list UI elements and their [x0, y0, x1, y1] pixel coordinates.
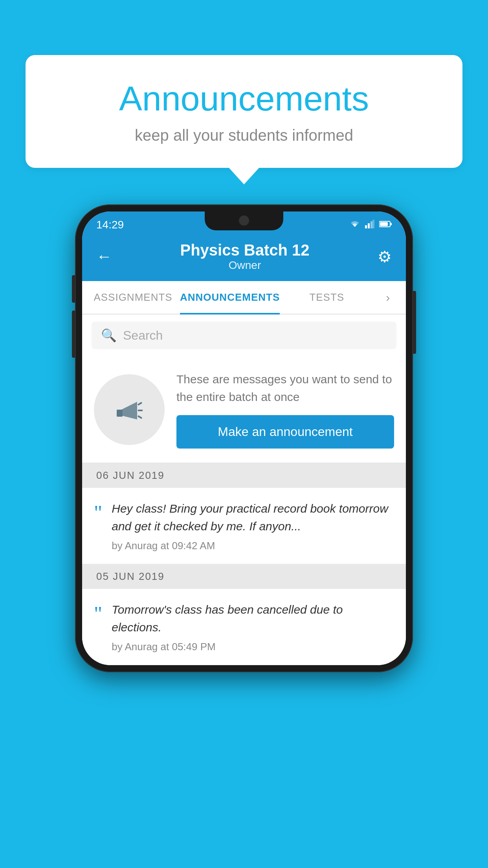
phone-side-btn-vol-up: [72, 275, 75, 303]
phone-outer: 14:29: [75, 204, 413, 672]
svg-rect-3: [372, 220, 374, 228]
wifi-icon: [349, 220, 360, 230]
svg-line-8: [138, 403, 142, 405]
announcement-right: These are messages you want to send to t…: [176, 370, 394, 449]
search-container: 🔍 Search: [82, 314, 406, 356]
announcement-icon-circle: [94, 374, 165, 445]
speech-bubble: Announcements keep all your students inf…: [26, 55, 462, 168]
status-time: 14:29: [96, 219, 124, 231]
settings-icon[interactable]: ⚙: [378, 248, 392, 266]
search-placeholder: Search: [123, 328, 163, 343]
svg-line-10: [138, 416, 142, 418]
speech-bubble-container: Announcements keep all your students inf…: [26, 55, 462, 168]
phone: 14:29: [75, 204, 413, 672]
announcement-content-1: Hey class! Bring your practical record b…: [112, 500, 394, 552]
announcement-content-2: Tomorrow's class has been cancelled due …: [112, 601, 394, 653]
svg-rect-2: [371, 221, 372, 228]
header-center: Physics Batch 12 Owner: [180, 241, 309, 272]
svg-rect-7: [117, 410, 123, 417]
announcement-meta-1: by Anurag at 09:42 AM: [112, 540, 394, 552]
announcement-text-2: Tomorrow's class has been cancelled due …: [112, 601, 394, 636]
signal-icon: [365, 220, 374, 230]
tabs: ASSIGNMENTS ANNOUNCEMENTS TESTS ›: [82, 281, 406, 314]
phone-side-btn-vol-down: [72, 311, 75, 358]
app-header: ← Physics Batch 12 Owner ⚙: [82, 235, 406, 281]
make-announcement-button[interactable]: Make an announcement: [176, 415, 394, 449]
phone-screen: 14:29: [82, 211, 406, 665]
phone-camera: [239, 215, 249, 226]
tab-tests[interactable]: TESTS: [280, 281, 374, 314]
svg-rect-1: [368, 223, 370, 228]
svg-rect-0: [365, 225, 367, 228]
announcement-text-1: Hey class! Bring your practical record b…: [112, 500, 394, 535]
bubble-subtitle: keep all your students informed: [57, 127, 431, 144]
announcement-meta-2: by Anurag at 05:49 PM: [112, 641, 394, 653]
phone-side-btn-power: [413, 291, 416, 354]
quote-icon-2: ": [94, 604, 102, 624]
announcement-description: These are messages you want to send to t…: [176, 370, 394, 406]
svg-rect-6: [380, 222, 388, 226]
announcement-item-2[interactable]: " Tomorrow's class has been cancelled du…: [82, 589, 406, 665]
tab-announcements[interactable]: ANNOUNCEMENTS: [180, 281, 280, 314]
tab-assignments[interactable]: ASSIGNMENTS: [86, 281, 180, 314]
bubble-title: Announcements: [57, 79, 431, 119]
svg-rect-5: [390, 223, 392, 225]
status-icons: [349, 220, 392, 230]
tab-more[interactable]: ›: [374, 281, 402, 314]
search-icon: 🔍: [101, 328, 117, 343]
header-title: Physics Batch 12: [180, 241, 309, 259]
phone-notch: [205, 211, 283, 230]
battery-icon: [379, 221, 392, 229]
date-separator-1: 06 JUN 2019: [82, 463, 406, 488]
back-button[interactable]: ←: [96, 248, 112, 265]
search-bar[interactable]: 🔍 Search: [92, 322, 396, 349]
announcement-promo: These are messages you want to send to t…: [82, 356, 406, 463]
header-subtitle: Owner: [180, 259, 309, 272]
date-separator-2: 05 JUN 2019: [82, 564, 406, 589]
announcement-item-1[interactable]: " Hey class! Bring your practical record…: [82, 488, 406, 564]
quote-icon-1: ": [94, 503, 102, 523]
